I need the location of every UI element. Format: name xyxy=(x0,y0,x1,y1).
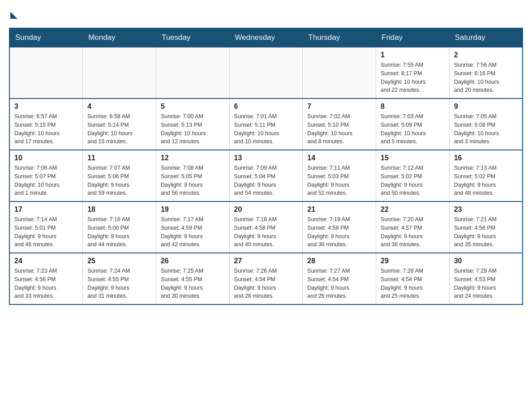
calendar-cell: 24Sunrise: 7:23 AM Sunset: 4:56 PM Dayli… xyxy=(9,253,83,304)
calendar-cell: 13Sunrise: 7:09 AM Sunset: 5:04 PM Dayli… xyxy=(229,150,303,201)
calendar-cell: 19Sunrise: 7:17 AM Sunset: 4:59 PM Dayli… xyxy=(156,201,229,253)
day-number: 7 xyxy=(307,103,371,111)
day-number: 22 xyxy=(381,206,445,214)
day-info: Sunrise: 7:21 AM Sunset: 4:56 PM Dayligh… xyxy=(454,215,518,249)
day-info: Sunrise: 7:03 AM Sunset: 5:09 PM Dayligh… xyxy=(381,112,445,146)
calendar-cell: 6Sunrise: 7:01 AM Sunset: 5:11 PM Daylig… xyxy=(229,98,303,150)
day-info: Sunrise: 7:16 AM Sunset: 5:00 PM Dayligh… xyxy=(87,215,151,249)
calendar-week-row: 1Sunrise: 7:55 AM Sunset: 6:17 PM Daylig… xyxy=(9,47,523,98)
day-info: Sunrise: 7:24 AM Sunset: 4:55 PM Dayligh… xyxy=(87,267,151,300)
calendar-cell: 1Sunrise: 7:55 AM Sunset: 6:17 PM Daylig… xyxy=(376,47,450,98)
day-info: Sunrise: 7:13 AM Sunset: 5:02 PM Dayligh… xyxy=(454,164,518,197)
day-number: 4 xyxy=(87,103,151,111)
calendar-header-row: SundayMondayTuesdayWednesdayThursdayFrid… xyxy=(9,28,523,47)
day-info: Sunrise: 6:58 AM Sunset: 5:14 PM Dayligh… xyxy=(87,112,151,146)
day-number: 11 xyxy=(87,154,151,162)
day-info: Sunrise: 7:02 AM Sunset: 5:10 PM Dayligh… xyxy=(307,112,371,146)
day-info: Sunrise: 7:01 AM Sunset: 5:11 PM Dayligh… xyxy=(234,112,298,146)
day-number: 2 xyxy=(454,51,518,59)
day-number: 18 xyxy=(87,206,151,214)
calendar-week-row: 3Sunrise: 6:57 AM Sunset: 5:15 PM Daylig… xyxy=(9,98,523,150)
calendar-cell: 15Sunrise: 7:12 AM Sunset: 5:02 PM Dayli… xyxy=(376,150,450,201)
day-number: 25 xyxy=(87,257,151,265)
page-header xyxy=(9,9,523,19)
day-number: 10 xyxy=(14,154,78,162)
calendar-cell: 10Sunrise: 7:06 AM Sunset: 5:07 PM Dayli… xyxy=(9,150,83,201)
day-info: Sunrise: 7:23 AM Sunset: 4:56 PM Dayligh… xyxy=(14,267,78,300)
calendar-cell: 23Sunrise: 7:21 AM Sunset: 4:56 PM Dayli… xyxy=(449,201,523,253)
calendar-day-header: Saturday xyxy=(449,28,523,47)
calendar-day-header: Thursday xyxy=(303,28,376,47)
day-number: 13 xyxy=(234,154,298,162)
day-number: 21 xyxy=(307,206,371,214)
day-info: Sunrise: 7:06 AM Sunset: 5:07 PM Dayligh… xyxy=(14,164,78,197)
calendar-day-header: Wednesday xyxy=(229,28,303,47)
day-number: 3 xyxy=(14,103,78,111)
calendar-cell: 2Sunrise: 7:56 AM Sunset: 6:16 PM Daylig… xyxy=(449,47,523,98)
day-number: 26 xyxy=(161,257,225,265)
day-info: Sunrise: 7:14 AM Sunset: 5:01 PM Dayligh… xyxy=(14,215,78,249)
day-number: 16 xyxy=(454,154,518,162)
calendar-cell: 12Sunrise: 7:08 AM Sunset: 5:05 PM Dayli… xyxy=(156,150,229,201)
day-number: 12 xyxy=(161,154,225,162)
day-info: Sunrise: 7:12 AM Sunset: 5:02 PM Dayligh… xyxy=(381,164,445,197)
calendar-cell: 5Sunrise: 7:00 AM Sunset: 5:13 PM Daylig… xyxy=(156,98,229,150)
day-info: Sunrise: 7:19 AM Sunset: 4:58 PM Dayligh… xyxy=(307,215,371,249)
calendar-cell: 20Sunrise: 7:18 AM Sunset: 4:58 PM Dayli… xyxy=(229,201,303,253)
day-number: 23 xyxy=(454,206,518,214)
calendar-cell: 4Sunrise: 6:58 AM Sunset: 5:14 PM Daylig… xyxy=(83,98,156,150)
day-info: Sunrise: 7:18 AM Sunset: 4:58 PM Dayligh… xyxy=(234,215,298,249)
calendar-day-header: Tuesday xyxy=(156,28,229,47)
calendar-day-header: Sunday xyxy=(9,28,83,47)
day-number: 9 xyxy=(454,103,518,111)
logo xyxy=(9,9,17,19)
calendar-day-header: Friday xyxy=(376,28,450,47)
day-number: 1 xyxy=(381,51,445,59)
day-info: Sunrise: 7:20 AM Sunset: 4:57 PM Dayligh… xyxy=(381,215,445,249)
calendar-cell: 8Sunrise: 7:03 AM Sunset: 5:09 PM Daylig… xyxy=(376,98,450,150)
calendar-cell: 30Sunrise: 7:29 AM Sunset: 4:53 PM Dayli… xyxy=(449,253,523,304)
calendar-table: SundayMondayTuesdayWednesdayThursdayFrid… xyxy=(9,28,523,305)
calendar-cell: 9Sunrise: 7:05 AM Sunset: 5:08 PM Daylig… xyxy=(449,98,523,150)
day-info: Sunrise: 7:28 AM Sunset: 4:54 PM Dayligh… xyxy=(381,267,445,300)
calendar-cell: 22Sunrise: 7:20 AM Sunset: 4:57 PM Dayli… xyxy=(376,201,450,253)
day-number: 27 xyxy=(234,257,298,265)
day-info: Sunrise: 7:09 AM Sunset: 5:04 PM Dayligh… xyxy=(234,164,298,197)
day-info: Sunrise: 7:11 AM Sunset: 5:03 PM Dayligh… xyxy=(307,164,371,197)
day-number: 14 xyxy=(307,154,371,162)
calendar-cell: 14Sunrise: 7:11 AM Sunset: 5:03 PM Dayli… xyxy=(303,150,376,201)
day-info: Sunrise: 7:07 AM Sunset: 5:06 PM Dayligh… xyxy=(87,164,151,197)
logo-arrow-icon xyxy=(10,12,17,19)
calendar-cell: 26Sunrise: 7:25 AM Sunset: 4:55 PM Dayli… xyxy=(156,253,229,304)
day-info: Sunrise: 7:56 AM Sunset: 6:16 PM Dayligh… xyxy=(454,61,518,94)
calendar-cell: 21Sunrise: 7:19 AM Sunset: 4:58 PM Dayli… xyxy=(303,201,376,253)
day-info: Sunrise: 7:17 AM Sunset: 4:59 PM Dayligh… xyxy=(161,215,225,249)
calendar-cell: 7Sunrise: 7:02 AM Sunset: 5:10 PM Daylig… xyxy=(303,98,376,150)
day-number: 6 xyxy=(234,103,298,111)
calendar-cell: 18Sunrise: 7:16 AM Sunset: 5:00 PM Dayli… xyxy=(83,201,156,253)
calendar-cell xyxy=(83,47,156,98)
calendar-cell: 27Sunrise: 7:26 AM Sunset: 4:54 PM Dayli… xyxy=(229,253,303,304)
calendar-cell xyxy=(156,47,229,98)
calendar-week-row: 24Sunrise: 7:23 AM Sunset: 4:56 PM Dayli… xyxy=(9,253,523,304)
day-info: Sunrise: 7:08 AM Sunset: 5:05 PM Dayligh… xyxy=(161,164,225,197)
day-info: Sunrise: 7:05 AM Sunset: 5:08 PM Dayligh… xyxy=(454,112,518,146)
day-info: Sunrise: 7:00 AM Sunset: 5:13 PM Dayligh… xyxy=(161,112,225,146)
day-number: 19 xyxy=(161,206,225,214)
calendar-cell: 29Sunrise: 7:28 AM Sunset: 4:54 PM Dayli… xyxy=(376,253,450,304)
day-info: Sunrise: 6:57 AM Sunset: 5:15 PM Dayligh… xyxy=(14,112,78,146)
day-number: 15 xyxy=(381,154,445,162)
day-info: Sunrise: 7:27 AM Sunset: 4:54 PM Dayligh… xyxy=(307,267,371,300)
day-number: 5 xyxy=(161,103,225,111)
day-info: Sunrise: 7:29 AM Sunset: 4:53 PM Dayligh… xyxy=(454,267,518,300)
day-number: 30 xyxy=(454,257,518,265)
day-number: 24 xyxy=(14,257,78,265)
calendar-week-row: 17Sunrise: 7:14 AM Sunset: 5:01 PM Dayli… xyxy=(9,201,523,253)
day-number: 29 xyxy=(381,257,445,265)
calendar-day-header: Monday xyxy=(83,28,156,47)
calendar-cell xyxy=(9,47,83,98)
calendar-cell: 3Sunrise: 6:57 AM Sunset: 5:15 PM Daylig… xyxy=(9,98,83,150)
day-info: Sunrise: 7:55 AM Sunset: 6:17 PM Dayligh… xyxy=(381,61,445,94)
calendar-cell xyxy=(229,47,303,98)
day-info: Sunrise: 7:26 AM Sunset: 4:54 PM Dayligh… xyxy=(234,267,298,300)
